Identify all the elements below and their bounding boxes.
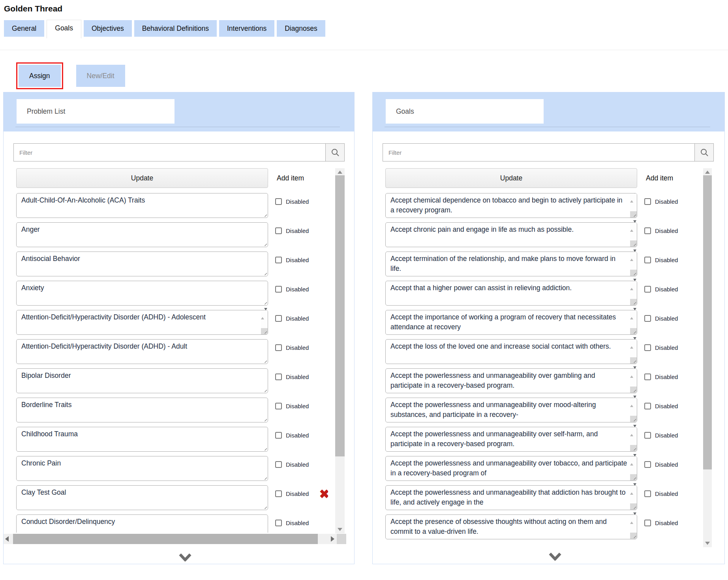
disabled-checkbox[interactable] — [275, 432, 282, 439]
search-button[interactable] — [325, 143, 345, 161]
chevron-down-icon[interactable] — [548, 553, 562, 561]
spinner-down-icon[interactable] — [633, 366, 636, 375]
spinner-down-icon[interactable] — [633, 483, 636, 492]
item-textarea[interactable] — [16, 456, 268, 481]
spinner-up-icon[interactable] — [630, 398, 633, 407]
disabled-checkbox[interactable] — [275, 461, 282, 468]
scroll-up-arrow-icon[interactable] — [705, 171, 710, 174]
filter-input[interactable] — [13, 143, 325, 161]
tab-behavioral-definitions[interactable]: Behavioral Definitions — [134, 20, 217, 37]
subtab-assign[interactable]: Assign — [19, 65, 61, 87]
disabled-checkbox[interactable] — [644, 403, 651, 409]
spinner-down-icon[interactable] — [633, 512, 636, 522]
item-textarea[interactable] — [385, 514, 637, 539]
item-textarea[interactable] — [385, 485, 637, 510]
tab-goals[interactable]: Goals — [47, 20, 81, 38]
vertical-scrollbar[interactable] — [335, 168, 345, 533]
spinner-up-icon[interactable] — [630, 515, 633, 524]
item-textarea[interactable] — [385, 310, 637, 335]
spinner-up-icon[interactable] — [630, 310, 633, 319]
scrollbar-thumb[interactable] — [703, 175, 712, 469]
disabled-checkbox[interactable] — [275, 227, 282, 234]
scrollbar-thumb[interactable] — [335, 175, 345, 456]
disabled-checkbox[interactable] — [644, 374, 651, 380]
item-textarea[interactable] — [16, 222, 268, 247]
disabled-checkbox[interactable] — [275, 374, 282, 380]
item-textarea[interactable] — [385, 398, 637, 422]
item-textarea[interactable] — [16, 368, 268, 393]
spinner-up-icon[interactable] — [630, 486, 633, 495]
item-textarea[interactable] — [385, 456, 637, 481]
vertical-scrollbar[interactable] — [703, 168, 712, 547]
item-textarea[interactable] — [16, 339, 268, 364]
spinner-down-icon[interactable] — [633, 279, 636, 288]
tab-objectives[interactable]: Objectives — [84, 20, 132, 37]
item-textarea[interactable] — [385, 339, 637, 364]
search-button[interactable] — [694, 143, 714, 161]
scroll-up-arrow-icon[interactable] — [338, 171, 342, 174]
disabled-checkbox[interactable] — [644, 227, 651, 234]
spinner-down-icon[interactable] — [264, 308, 267, 317]
disabled-checkbox[interactable] — [275, 344, 282, 351]
spinner-up-icon[interactable] — [630, 193, 633, 203]
disabled-checkbox[interactable] — [275, 198, 282, 205]
item-textarea[interactable] — [385, 193, 637, 218]
disabled-checkbox[interactable] — [644, 432, 651, 439]
disabled-checkbox[interactable] — [644, 490, 651, 497]
item-textarea[interactable] — [16, 252, 268, 276]
horizontal-scrollbar-thumb[interactable] — [13, 534, 318, 544]
filter-input[interactable] — [383, 143, 694, 161]
disabled-checkbox[interactable] — [644, 315, 651, 322]
scroll-right-arrow-icon[interactable] — [331, 536, 334, 542]
disabled-checkbox[interactable] — [644, 344, 651, 351]
disabled-checkbox[interactable] — [644, 286, 651, 293]
subtab-new-edit[interactable]: New/Edit — [76, 65, 125, 87]
spinner-up-icon[interactable] — [630, 369, 633, 378]
item-textarea[interactable] — [16, 398, 268, 422]
item-textarea[interactable] — [385, 427, 637, 452]
spinner-down-icon[interactable] — [633, 193, 636, 200]
update-button[interactable]: Update — [385, 168, 637, 188]
scroll-left-arrow-icon[interactable] — [5, 536, 9, 542]
disabled-checkbox[interactable] — [644, 257, 651, 263]
tab-general[interactable]: General — [4, 20, 44, 37]
item-textarea[interactable] — [385, 368, 637, 393]
item-textarea[interactable] — [16, 485, 268, 510]
disabled-checkbox[interactable] — [275, 403, 282, 409]
scroll-down-arrow-icon[interactable] — [705, 542, 710, 545]
disabled-checkbox[interactable] — [644, 520, 651, 526]
item-textarea[interactable] — [385, 252, 637, 276]
scroll-down-arrow-icon[interactable] — [338, 528, 342, 531]
disabled-checkbox[interactable] — [275, 257, 282, 263]
item-textarea[interactable] — [16, 310, 268, 335]
tab-interventions[interactable]: Interventions — [219, 20, 274, 37]
horizontal-scrollbar[interactable] — [4, 534, 346, 544]
spinner-down-icon[interactable] — [633, 308, 636, 317]
spinner-up-icon[interactable] — [630, 456, 633, 466]
spinner-down-icon[interactable] — [633, 250, 636, 259]
disabled-checkbox[interactable] — [644, 198, 651, 205]
delete-icon[interactable]: ✖ — [319, 488, 328, 501]
tab-diagnoses[interactable]: Diagnoses — [277, 20, 325, 37]
spinner-down-icon[interactable] — [633, 396, 636, 405]
spinner-up-icon[interactable] — [630, 340, 633, 349]
item-textarea[interactable] — [385, 222, 637, 247]
update-button[interactable]: Update — [16, 168, 268, 188]
item-textarea[interactable] — [16, 281, 268, 306]
spinner-up-icon[interactable] — [630, 252, 633, 261]
disabled-checkbox[interactable] — [275, 286, 282, 293]
chevron-down-icon[interactable] — [178, 554, 192, 561]
disabled-checkbox[interactable] — [275, 490, 282, 497]
spinner-up-icon[interactable] — [630, 281, 633, 290]
item-textarea[interactable] — [16, 514, 268, 533]
item-textarea[interactable] — [385, 281, 637, 306]
spinner-down-icon[interactable] — [633, 425, 636, 434]
item-textarea[interactable] — [16, 427, 268, 452]
disabled-checkbox[interactable] — [275, 315, 282, 322]
disabled-checkbox[interactable] — [275, 520, 282, 526]
spinner-down-icon[interactable] — [633, 454, 636, 463]
spinner-up-icon[interactable] — [630, 427, 633, 436]
spinner-up-icon[interactable] — [630, 223, 633, 232]
spinner-down-icon[interactable] — [633, 220, 636, 229]
spinner-up-icon[interactable] — [261, 310, 264, 319]
